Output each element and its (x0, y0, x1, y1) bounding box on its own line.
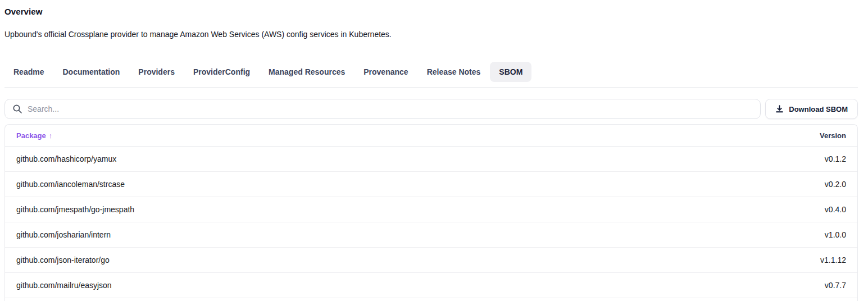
table-row[interactable]: github.com/mailru/easyjson v0.7.7 (5, 273, 857, 298)
sort-ascending-icon: ↑ (49, 131, 53, 140)
package-version-cell: v0.2.0 (825, 180, 846, 189)
tab[interactable]: Providers (129, 62, 184, 82)
column-header-package-label: Package (16, 131, 46, 140)
package-version-cell: v1.1.12 (820, 256, 846, 264)
table-row[interactable]: github.com/json-iterator/go v1.1.12 (5, 248, 857, 273)
package-name-cell: github.com/jmespath/go-jmespath (16, 205, 134, 214)
table-row-partial (5, 298, 857, 301)
page-content: Overview Upbound's official Crossplane p… (4, 0, 858, 301)
package-version-cell: v1.0.0 (825, 230, 846, 239)
tab[interactable]: Managed Resources (260, 62, 354, 82)
package-name-cell: github.com/hashicorp/yamux (16, 154, 116, 163)
table-header-row: Package ↑ Version (5, 125, 857, 147)
tab[interactable]: Readme (4, 62, 53, 82)
tab[interactable]: Documentation (53, 62, 129, 82)
column-header-package[interactable]: Package ↑ (16, 131, 52, 140)
table-body: github.com/hashicorp/yamux v0.1.2 github… (5, 147, 857, 298)
tab[interactable]: SBOM (490, 62, 531, 82)
page-title: Overview (4, 0, 858, 16)
tab[interactable]: ProviderConfig (184, 62, 259, 82)
search-icon (12, 104, 22, 114)
tab[interactable]: Release Notes (418, 62, 490, 82)
package-name-cell: github.com/iancoleman/strcase (16, 180, 125, 189)
package-description: Upbound's official Crossplane provider t… (4, 30, 858, 39)
package-name-cell: github.com/mailru/easyjson (16, 281, 112, 290)
table-row[interactable]: github.com/josharian/intern v1.0.0 (5, 222, 857, 248)
tab-bar: ReadmeDocumentationProvidersProviderConf… (4, 62, 858, 88)
package-name-cell: github.com/josharian/intern (16, 230, 111, 239)
download-icon (775, 105, 784, 113)
search-input[interactable] (4, 99, 761, 119)
sbom-toolbar: Download SBOM (4, 99, 858, 119)
download-sbom-button[interactable]: Download SBOM (765, 99, 858, 119)
tab[interactable]: Provenance (355, 62, 417, 82)
download-button-label: Download SBOM (789, 105, 848, 113)
package-version-cell: v0.1.2 (825, 154, 846, 163)
column-header-version[interactable]: Version (820, 131, 846, 140)
table-row[interactable]: github.com/jmespath/go-jmespath v0.4.0 (5, 197, 857, 222)
search-container (4, 99, 761, 119)
table-row[interactable]: github.com/hashicorp/yamux v0.1.2 (5, 147, 857, 172)
table-row[interactable]: github.com/iancoleman/strcase v0.2.0 (5, 172, 857, 197)
sbom-package-table: Package ↑ Version github.com/hashicorp/y… (4, 124, 858, 301)
package-version-cell: v0.7.7 (825, 281, 846, 290)
package-version-cell: v0.4.0 (825, 205, 846, 214)
package-name-cell: github.com/json-iterator/go (16, 256, 110, 264)
